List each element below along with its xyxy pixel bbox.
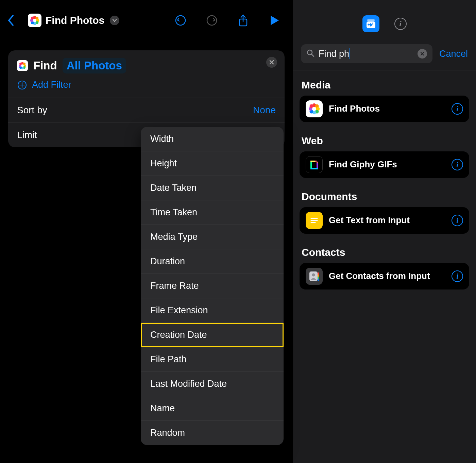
action-info-button[interactable]: i bbox=[452, 270, 463, 282]
sort-option[interactable]: Creation Date bbox=[141, 323, 284, 347]
section-label: Documents bbox=[293, 182, 476, 207]
svg-rect-46 bbox=[310, 161, 316, 162]
sort-option[interactable]: Frame Rate bbox=[141, 274, 284, 298]
svg-marker-12 bbox=[271, 16, 279, 25]
action-title: Get Contacts from Input bbox=[329, 271, 445, 281]
cancel-search-button[interactable]: Cancel bbox=[439, 49, 468, 59]
editor-toolbar: Find Photos bbox=[0, 0, 293, 41]
sort-option[interactable]: Width bbox=[141, 127, 284, 151]
action-info-button[interactable]: i bbox=[452, 159, 463, 170]
library-tabs: i bbox=[293, 10, 476, 37]
sort-option[interactable]: Media Type bbox=[141, 225, 284, 249]
action-title: Find Photos bbox=[329, 103, 445, 114]
svg-point-30 bbox=[372, 23, 373, 24]
svg-point-7 bbox=[31, 17, 34, 20]
redo-button bbox=[206, 14, 218, 27]
sort-options-menu: WidthHeightDate TakenTime TakenMedia Typ… bbox=[141, 127, 284, 445]
svg-rect-56 bbox=[318, 275, 319, 277]
shortcut-title: Find Photos bbox=[46, 15, 104, 26]
library-action[interactable]: Find Photosi bbox=[300, 96, 469, 122]
search-text: Find ph bbox=[319, 48, 413, 59]
library-action[interactable]: Get Contacts from Inputi bbox=[300, 263, 469, 290]
svg-rect-47 bbox=[310, 168, 318, 169]
apps-tab[interactable] bbox=[362, 15, 379, 32]
svg-point-42 bbox=[310, 104, 313, 108]
plus-circle-icon bbox=[17, 80, 27, 90]
svg-rect-26 bbox=[367, 19, 375, 21]
back-button[interactable] bbox=[6, 14, 16, 27]
svg-line-32 bbox=[311, 54, 314, 56]
limit-label: Limit bbox=[17, 130, 37, 140]
sort-option[interactable]: Duration bbox=[141, 249, 284, 274]
all-photos-token[interactable]: All Photos bbox=[63, 58, 126, 73]
sort-option[interactable]: File Extension bbox=[141, 298, 284, 323]
actions-library: i Find ph Cancel Media Find PhotosiWeb bbox=[293, 0, 476, 463]
sort-option[interactable]: File Path bbox=[141, 347, 284, 372]
svg-rect-48 bbox=[315, 161, 317, 162]
svg-rect-58 bbox=[318, 279, 319, 281]
toolbar-actions bbox=[174, 14, 280, 27]
magnifier-icon bbox=[306, 49, 314, 59]
svg-rect-49 bbox=[317, 162, 318, 163]
sort-option[interactable]: Name bbox=[141, 396, 284, 421]
section-label: Media bbox=[293, 70, 476, 96]
library-action[interactable]: Get Text from Inputi bbox=[300, 207, 469, 234]
svg-point-20 bbox=[19, 63, 22, 65]
sort-by-row[interactable]: Sort by None bbox=[8, 98, 285, 123]
undo-button[interactable] bbox=[174, 14, 187, 27]
svg-point-9 bbox=[207, 16, 217, 25]
clear-action-button[interactable] bbox=[266, 57, 277, 68]
search-input[interactable]: Find ph bbox=[301, 44, 432, 63]
action-info-button[interactable]: i bbox=[452, 103, 463, 115]
sort-option[interactable]: Height bbox=[141, 151, 284, 176]
chevron-down-icon[interactable] bbox=[110, 16, 119, 25]
shortcut-editor: Find Photos bbox=[0, 0, 293, 463]
svg-rect-55 bbox=[318, 272, 319, 275]
svg-rect-57 bbox=[318, 277, 319, 279]
svg-point-54 bbox=[312, 274, 315, 277]
section-label: Web bbox=[293, 126, 476, 151]
text-icon bbox=[306, 212, 323, 229]
sort-by-value: None bbox=[253, 105, 276, 116]
sort-by-label: Sort by bbox=[17, 105, 47, 116]
sort-option[interactable]: Time Taken bbox=[141, 200, 284, 225]
find-label: Find bbox=[33, 59, 57, 72]
section-label: Contacts bbox=[293, 238, 476, 263]
contacts-icon bbox=[306, 268, 323, 285]
photos-icon bbox=[306, 100, 323, 117]
clear-search-button[interactable] bbox=[418, 49, 427, 59]
svg-point-8 bbox=[176, 16, 185, 25]
add-filter-button[interactable]: Add Filter bbox=[8, 74, 285, 98]
sort-option[interactable]: Last Modified Date bbox=[141, 372, 284, 396]
add-filter-label: Add Filter bbox=[32, 80, 71, 90]
giphy-icon bbox=[306, 156, 323, 173]
photos-icon bbox=[28, 14, 41, 27]
sort-option[interactable]: Random bbox=[141, 421, 284, 445]
text-caret bbox=[350, 48, 350, 59]
action-title: Find Giphy GIFs bbox=[329, 159, 445, 170]
search-row: Find ph Cancel bbox=[293, 37, 476, 70]
library-action[interactable]: Find Giphy GIFsi bbox=[300, 151, 469, 178]
action-header[interactable]: Find All Photos bbox=[8, 50, 285, 74]
run-button[interactable] bbox=[268, 14, 280, 27]
photos-icon bbox=[17, 60, 28, 71]
action-info-button[interactable]: i bbox=[452, 215, 463, 226]
sort-option[interactable]: Date Taken bbox=[141, 176, 284, 200]
info-tab[interactable]: i bbox=[394, 18, 407, 30]
action-title: Get Text from Input bbox=[329, 215, 445, 226]
share-button[interactable] bbox=[237, 14, 249, 27]
shortcut-title-chip[interactable]: Find Photos bbox=[28, 14, 168, 27]
